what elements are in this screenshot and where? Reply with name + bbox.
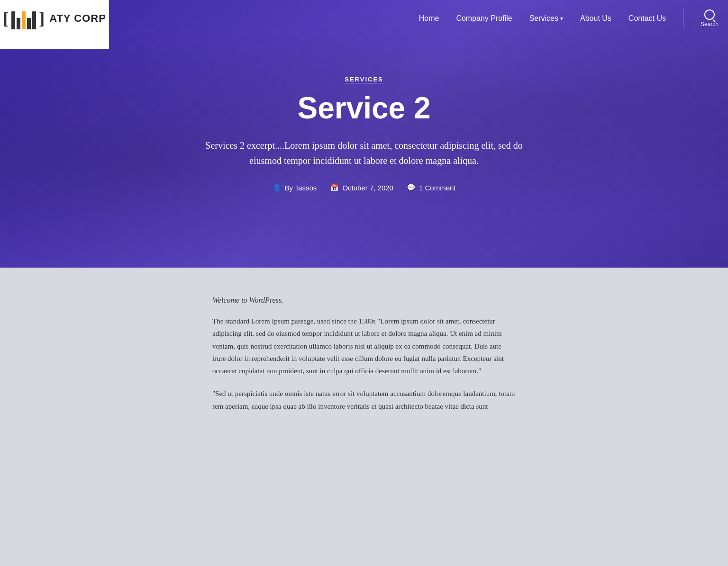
- content-body: The standard Lorem Ipsum passage, used s…: [212, 315, 516, 413]
- content-paragraph-2: "Sed ut perspiciatis unde omnis iste nat…: [212, 387, 516, 413]
- date-meta: 📅 October 7, 2020: [330, 183, 393, 192]
- bar-chart-icon: [11, 8, 36, 29]
- main-nav: Home Company Profile Services ▾ About Us…: [419, 9, 728, 28]
- comment-meta: 💬 1 Comment: [407, 183, 456, 192]
- hero-content: SERVICES Service 2 Services 2 excerpt...…: [193, 76, 535, 192]
- search-label: Search: [701, 21, 719, 27]
- nav-about-us[interactable]: About Us: [580, 14, 611, 23]
- nav-services[interactable]: Services ▾: [529, 14, 563, 23]
- logo-inner: [ ] ATY CORP: [3, 8, 106, 29]
- content-section: Welcome to WordPress. The standard Lorem…: [0, 268, 728, 453]
- post-date: October 7, 2020: [342, 184, 393, 192]
- comment-count[interactable]: 1 Comment: [419, 184, 456, 192]
- nav-company-profile[interactable]: Company Profile: [456, 14, 512, 23]
- search-button[interactable]: Search: [701, 9, 719, 27]
- logo-box[interactable]: [ ] ATY CORP: [0, 0, 109, 49]
- hero-section: SERVICES Service 2 Services 2 excerpt...…: [0, 0, 728, 268]
- author-name[interactable]: tassos: [296, 184, 317, 192]
- comment-icon: 💬: [407, 183, 416, 192]
- calendar-icon: 📅: [330, 183, 339, 192]
- hero-meta: 👤 By tassos 📅 October 7, 2020 💬 1 Commen…: [203, 183, 525, 192]
- bracket-left-icon: [: [3, 10, 9, 27]
- content-intro: Welcome to WordPress.: [212, 296, 516, 305]
- chevron-down-icon: ▾: [560, 15, 563, 22]
- hero-title: Service 2: [203, 91, 525, 125]
- author-prefix: By: [285, 184, 293, 192]
- hero-excerpt: Services 2 excerpt....Lorem ipsum dolor …: [203, 138, 525, 168]
- brand-name: ATY CORP: [49, 12, 106, 25]
- search-icon: [704, 9, 715, 20]
- site-header: [ ] ATY CORP Home Company Profile Servic…: [0, 0, 728, 37]
- content-paragraph-1: The standard Lorem Ipsum passage, used s…: [212, 315, 516, 377]
- nav-divider: [683, 9, 683, 28]
- nav-home[interactable]: Home: [419, 14, 439, 23]
- hero-category[interactable]: SERVICES: [203, 76, 525, 83]
- nav-contact-us[interactable]: Contact Us: [628, 14, 666, 23]
- bracket-right-icon: ]: [39, 10, 45, 27]
- author-meta: 👤 By tassos: [273, 183, 317, 192]
- nav-services-label: Services: [529, 14, 558, 23]
- person-icon: 👤: [273, 183, 282, 192]
- content-inner: Welcome to WordPress. The standard Lorem…: [212, 296, 516, 425]
